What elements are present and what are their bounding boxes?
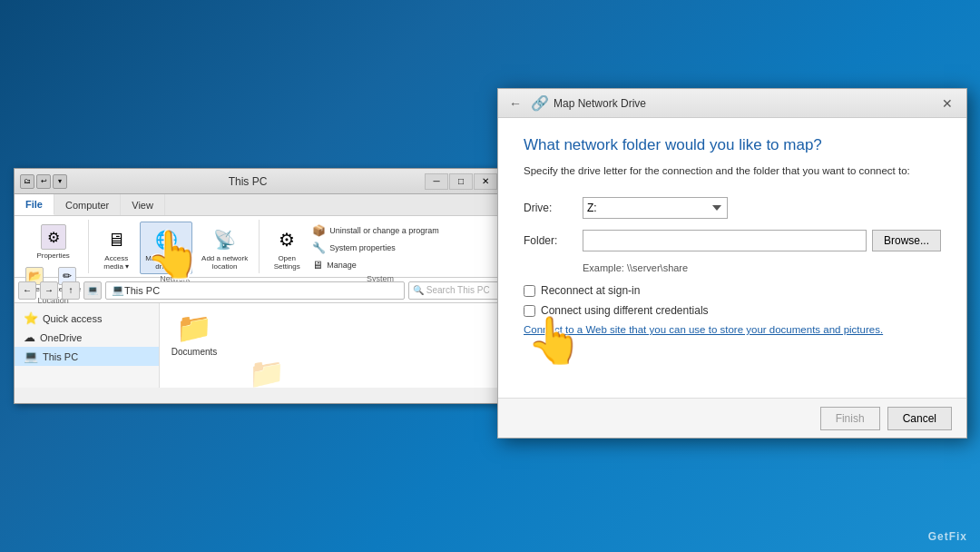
diff-creds-row: Connect using different credentials xyxy=(524,304,941,317)
explorer-content: 📁 Documents 📁 xyxy=(160,303,503,388)
dialog-back-button[interactable]: ← xyxy=(505,94,525,113)
folder-form-row: Folder: Browse... xyxy=(524,230,941,251)
documents-icon: 📁 xyxy=(176,310,212,345)
folder-documents[interactable]: 📁 Documents xyxy=(167,310,221,392)
drive-select[interactable]: Z: Y: X: W: xyxy=(583,197,728,219)
folder-input[interactable] xyxy=(583,230,867,251)
dialog-title-icon: 🔗 xyxy=(531,94,549,112)
titlebar-controls: ─ □ ✕ xyxy=(425,173,497,190)
up-button[interactable]: ↑ xyxy=(62,281,80,300)
folder-input-row: Browse... xyxy=(583,230,941,251)
system-actions: 📦 Uninstall or change a program 🔧 System… xyxy=(310,222,441,272)
folder-label: Folder: xyxy=(524,234,573,247)
finish-button[interactable]: Finish xyxy=(820,407,880,430)
explorer-main: ⭐ Quick access ☁ OneDrive 💻 This PC 📁 Do… xyxy=(15,303,503,388)
address-bar: ← → ↑ 💻 💻 This PC 🔍 Search This PC xyxy=(15,278,503,303)
tab-file[interactable]: File xyxy=(15,194,54,215)
diff-creds-checkbox[interactable] xyxy=(524,305,535,317)
map-network-drive-button[interactable]: 🌐 Map networkdrive ▾ xyxy=(140,222,192,274)
close-button[interactable]: ✕ xyxy=(474,173,497,190)
map-network-drive-dialog: ← 🔗 Map Network Drive ✕ What network fol… xyxy=(497,88,967,439)
dialog-footer: Finish Cancel xyxy=(498,398,966,438)
quick-access-icon: ⭐ xyxy=(24,311,38,325)
this-pc-icon: 💻 xyxy=(24,350,38,363)
drive-form-row: Drive: Z: Y: X: W: xyxy=(524,197,941,219)
onedrive-icon: ☁ xyxy=(24,330,35,344)
watermark: GetFix xyxy=(928,530,967,543)
minimize-button[interactable]: ─ xyxy=(425,173,448,190)
path-computer-icon: 💻 xyxy=(112,284,124,296)
access-media-button[interactable]: 🖥 Accessmedia ▾ xyxy=(96,222,136,274)
folder-example: Example: \\server\share xyxy=(583,262,941,273)
reconnect-label: Reconnect at sign-in xyxy=(541,284,640,297)
explorer-titlebar: 🗂 ↩ ▾ This PC ─ □ ✕ xyxy=(15,169,503,194)
sidebar-item-quick-access[interactable]: ⭐ Quick access xyxy=(15,309,159,328)
quick-access-toolbar-icon1[interactable]: 🗂 xyxy=(20,174,34,189)
quick-access-toolbar-icon3[interactable]: ▾ xyxy=(53,174,67,189)
quick-access-toolbar-icon2[interactable]: ↩ xyxy=(36,174,51,189)
reconnect-row: Reconnect at sign-in xyxy=(524,284,941,297)
sidebar-item-onedrive[interactable]: ☁ OneDrive xyxy=(15,328,159,347)
dialog-body: What network folder would you like to ma… xyxy=(498,118,966,353)
dialog-subtext: Specify the drive letter for the connect… xyxy=(524,163,941,179)
explorer-title: This PC xyxy=(74,175,421,188)
drive-label: Drive: xyxy=(524,202,573,214)
ribbon-content: ⚙ Properties 📂 Open ✏ Rename Location xyxy=(15,216,503,278)
reconnect-checkbox[interactable] xyxy=(524,285,535,297)
sidebar-item-label-this-pc: This PC xyxy=(43,351,78,362)
ribbon-group-network: 🖥 Accessmedia ▾ 🌐 Map networkdrive ▾ 📡 A… xyxy=(91,220,260,273)
explorer-sidebar: ⭐ Quick access ☁ OneDrive 💻 This PC xyxy=(15,303,160,388)
explorer-window: 🗂 ↩ ▾ This PC ─ □ ✕ File Computer View ⚙… xyxy=(14,168,504,404)
tab-computer[interactable]: Computer xyxy=(54,194,121,215)
cancel-button[interactable]: Cancel xyxy=(887,407,952,430)
ribbon-group-location: ⚙ Properties 📂 Open ✏ Rename Location xyxy=(18,220,89,273)
forward-button[interactable]: → xyxy=(40,281,58,300)
folder-documents-label: Documents xyxy=(172,347,218,357)
ribbon-group-system: ⚙ OpenSettings 📦 Uninstall or change a p… xyxy=(261,220,499,273)
diff-creds-label: Connect using different credentials xyxy=(541,304,709,317)
dialog-heading: What network folder would you like to ma… xyxy=(524,136,941,154)
back-button[interactable]: ← xyxy=(18,281,36,300)
open-settings-button[interactable]: ⚙ OpenSettings xyxy=(267,222,307,274)
extra-folder-icon: 📁 xyxy=(249,356,285,390)
manage-button[interactable]: 🖥 Manage xyxy=(310,258,441,272)
add-network-location-button[interactable]: 📡 Add a networklocation xyxy=(196,222,253,274)
computer-icon-addr: 💻 xyxy=(83,281,102,300)
dialog-title-text: Map Network Drive xyxy=(554,97,936,110)
ribbon-tabs: File Computer View xyxy=(15,194,503,216)
system-properties-button[interactable]: 🔧 System properties xyxy=(310,241,441,255)
sidebar-item-label-quick-access: Quick access xyxy=(43,313,102,324)
web-store-link[interactable]: Connect to a Web site that you can use t… xyxy=(524,324,941,335)
search-input[interactable]: 🔍 Search This PC xyxy=(408,281,499,300)
tab-view[interactable]: View xyxy=(121,194,165,215)
sidebar-item-this-pc[interactable]: 💻 This PC xyxy=(15,347,159,366)
browse-button[interactable]: Browse... xyxy=(872,230,941,251)
address-path[interactable]: 💻 This PC xyxy=(105,281,405,300)
maximize-button[interactable]: □ xyxy=(449,173,473,190)
sidebar-item-label-onedrive: OneDrive xyxy=(40,332,82,343)
folder-extra[interactable]: 📁 xyxy=(240,356,294,392)
dialog-titlebar: ← 🔗 Map Network Drive ✕ xyxy=(498,89,966,118)
path-text: This PC xyxy=(124,285,160,296)
uninstall-button[interactable]: 📦 Uninstall or change a program xyxy=(310,223,441,238)
dialog-close-button[interactable]: ✕ xyxy=(936,94,959,113)
properties-button[interactable]: ⚙ Properties xyxy=(33,222,73,262)
titlebar-icons: 🗂 ↩ ▾ xyxy=(20,174,67,189)
